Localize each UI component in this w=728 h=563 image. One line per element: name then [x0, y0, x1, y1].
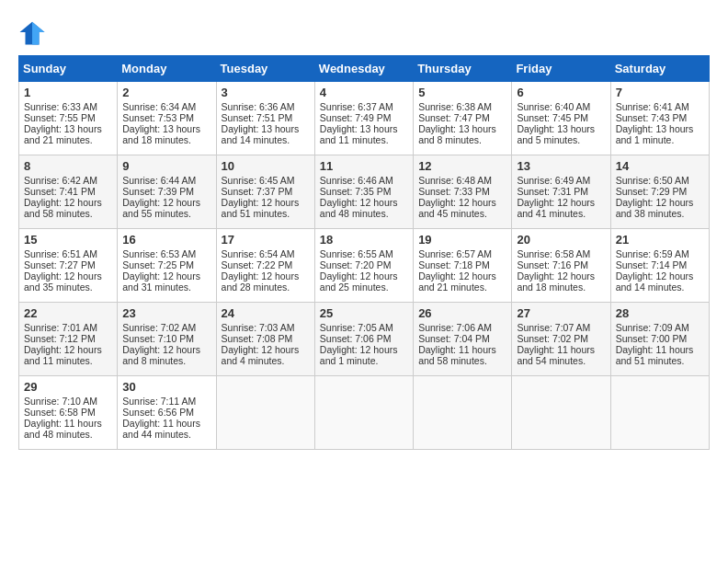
day-number: 13 [517, 159, 605, 173]
header [18, 18, 710, 46]
day-info: Sunrise: 6:38 AM [418, 101, 506, 112]
day-info: and 28 minutes. [222, 282, 310, 293]
day-info: Daylight: 11 hours [616, 344, 704, 355]
day-info: Sunrise: 6:42 AM [24, 175, 112, 186]
day-info: and 58 minutes. [24, 208, 112, 219]
day-number: 28 [616, 306, 704, 320]
day-number: 23 [122, 306, 210, 320]
day-info: Sunset: 7:37 PM [222, 186, 310, 197]
calendar-cell: 15Sunrise: 6:51 AMSunset: 7:27 PMDayligh… [19, 229, 118, 303]
week-row-3: 15Sunrise: 6:51 AMSunset: 7:27 PMDayligh… [19, 229, 710, 303]
day-number: 29 [24, 380, 112, 394]
day-info: Daylight: 11 hours [517, 344, 605, 355]
header-row: SundayMondayTuesdayWednesdayThursdayFrid… [19, 56, 710, 82]
day-info: Sunrise: 7:10 AM [24, 396, 112, 407]
day-info: Sunset: 7:31 PM [517, 186, 605, 197]
day-info: Sunrise: 6:49 AM [517, 175, 605, 186]
day-info: Daylight: 11 hours [24, 418, 112, 429]
day-number: 26 [418, 306, 506, 320]
day-info: Sunset: 7:51 PM [222, 112, 310, 123]
day-info: Daylight: 11 hours [122, 418, 210, 429]
day-info: Sunset: 7:14 PM [616, 259, 704, 270]
calendar-cell: 20Sunrise: 6:58 AMSunset: 7:16 PMDayligh… [512, 229, 610, 303]
day-info: Daylight: 12 hours [222, 197, 310, 208]
day-info: Daylight: 12 hours [320, 270, 408, 282]
day-info: and 54 minutes. [517, 355, 605, 366]
day-info: and 1 minute. [320, 355, 408, 366]
day-number: 17 [222, 233, 310, 247]
day-number: 21 [616, 233, 704, 247]
logo [18, 18, 51, 46]
day-info: and 21 minutes. [418, 282, 506, 293]
calendar-cell: 2Sunrise: 6:34 AMSunset: 7:53 PMDaylight… [118, 82, 216, 155]
day-info: and 21 minutes. [24, 134, 112, 145]
day-info: Sunset: 7:10 PM [122, 333, 210, 344]
day-info: and 5 minutes. [517, 134, 605, 145]
day-info: Daylight: 12 hours [222, 270, 310, 282]
calendar-cell [216, 376, 314, 450]
day-info: and 11 minutes. [320, 134, 408, 145]
day-number: 30 [122, 380, 210, 394]
day-number: 14 [616, 159, 704, 173]
day-info: Sunrise: 6:46 AM [320, 175, 408, 186]
day-info: and 38 minutes. [616, 208, 704, 219]
day-info: and 55 minutes. [122, 208, 210, 219]
day-info: Daylight: 13 hours [222, 123, 310, 134]
day-number: 19 [418, 233, 506, 247]
day-info: Sunset: 7:43 PM [616, 112, 704, 123]
day-info: Sunset: 6:56 PM [122, 407, 210, 418]
day-info: Sunset: 7:41 PM [24, 186, 112, 197]
day-info: Sunrise: 6:55 AM [320, 248, 408, 259]
day-number: 6 [517, 86, 605, 99]
day-info: Sunset: 7:49 PM [320, 112, 408, 123]
calendar-cell: 19Sunrise: 6:57 AMSunset: 7:18 PMDayligh… [414, 229, 512, 303]
day-info: Sunset: 7:12 PM [24, 333, 112, 344]
day-number: 7 [616, 86, 704, 99]
header-cell-friday: Friday [512, 56, 610, 82]
day-info: Sunset: 7:00 PM [616, 333, 704, 344]
calendar-cell: 28Sunrise: 7:09 AMSunset: 7:00 PMDayligh… [610, 303, 709, 376]
day-info: Sunrise: 6:48 AM [418, 175, 506, 186]
day-info: Daylight: 12 hours [616, 270, 704, 282]
day-number: 3 [222, 86, 310, 99]
day-number: 27 [517, 306, 605, 320]
day-info: Sunrise: 6:53 AM [122, 248, 210, 259]
calendar-cell [414, 376, 512, 450]
day-info: and 11 minutes. [24, 355, 112, 366]
day-info: and 35 minutes. [24, 282, 112, 293]
header-cell-saturday: Saturday [610, 56, 709, 82]
calendar-cell [610, 376, 709, 450]
day-info: Sunset: 7:53 PM [122, 112, 210, 123]
day-number: 12 [418, 159, 506, 173]
calendar-cell: 30Sunrise: 7:11 AMSunset: 6:56 PMDayligh… [118, 376, 216, 450]
day-info: Sunset: 7:04 PM [418, 333, 506, 344]
day-info: Sunset: 7:02 PM [517, 333, 605, 344]
day-info: Daylight: 12 hours [517, 197, 605, 208]
day-number: 5 [418, 86, 506, 99]
day-info: Sunset: 7:20 PM [320, 259, 408, 270]
day-info: and 8 minutes. [418, 134, 506, 145]
day-number: 11 [320, 159, 408, 173]
day-info: Daylight: 12 hours [418, 197, 506, 208]
day-info: Sunset: 7:08 PM [222, 333, 310, 344]
day-info: and 25 minutes. [320, 282, 408, 293]
day-info: Sunrise: 7:03 AM [222, 322, 310, 333]
day-info: Daylight: 11 hours [418, 344, 506, 355]
day-info: and 45 minutes. [418, 208, 506, 219]
day-info: Sunset: 7:06 PM [320, 333, 408, 344]
day-info: Sunset: 7:39 PM [122, 186, 210, 197]
day-info: Sunset: 7:35 PM [320, 186, 408, 197]
day-info: Daylight: 12 hours [517, 270, 605, 282]
week-row-1: 1Sunrise: 6:33 AMSunset: 7:55 PMDaylight… [19, 82, 710, 155]
calendar-cell: 1Sunrise: 6:33 AMSunset: 7:55 PMDaylight… [19, 82, 118, 155]
day-info: Sunrise: 6:41 AM [616, 101, 704, 112]
day-number: 24 [222, 306, 310, 320]
calendar-cell: 3Sunrise: 6:36 AMSunset: 7:51 PMDaylight… [216, 82, 314, 155]
day-info: Sunrise: 6:58 AM [517, 248, 605, 259]
day-info: and 41 minutes. [517, 208, 605, 219]
calendar-cell: 22Sunrise: 7:01 AMSunset: 7:12 PMDayligh… [19, 303, 118, 376]
week-row-4: 22Sunrise: 7:01 AMSunset: 7:12 PMDayligh… [19, 303, 710, 376]
day-info: and 14 minutes. [222, 134, 310, 145]
calendar-cell: 7Sunrise: 6:41 AMSunset: 7:43 PMDaylight… [610, 82, 709, 155]
calendar-cell: 27Sunrise: 7:07 AMSunset: 7:02 PMDayligh… [512, 303, 610, 376]
